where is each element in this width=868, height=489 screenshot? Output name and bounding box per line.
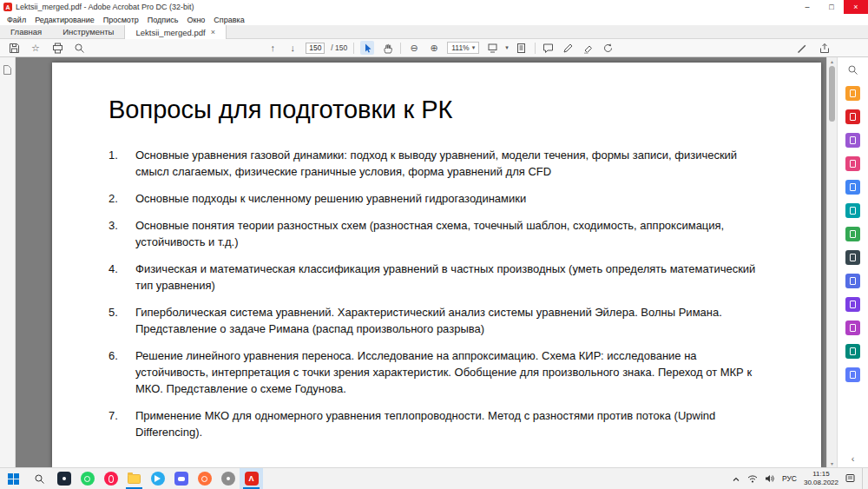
clock-date: 30.08.2022 <box>804 479 838 487</box>
scroll-down-icon[interactable]: ▾ <box>831 460 833 466</box>
taskbar-app-file-explorer[interactable] <box>122 468 146 489</box>
zoom-level-dropdown[interactable]: 111% ▾ <box>447 42 479 54</box>
windows-taskbar: Λ РУС 11:15 30.08.2022 <box>0 467 868 489</box>
previous-page-icon[interactable]: ↑ <box>266 41 279 55</box>
next-page-icon[interactable]: ↓ <box>286 41 299 55</box>
send-for-comments-icon[interactable] <box>845 320 860 335</box>
redact-icon[interactable] <box>845 250 860 265</box>
menu-file[interactable]: Файл <box>3 16 30 24</box>
list-item: 5. Гиперболическая система уравнений. Ха… <box>108 304 758 337</box>
start-button[interactable] <box>0 468 26 489</box>
zoom-in-icon[interactable]: ⊕ <box>427 41 441 55</box>
export-pdf-icon[interactable] <box>845 86 860 101</box>
expand-tools-icon[interactable]: ‹ <box>852 453 855 464</box>
taskbar-app-acrobat[interactable]: Λ <box>240 468 263 489</box>
tab-home[interactable]: Главная <box>0 25 52 38</box>
document-viewport[interactable]: Вопросы для подготовки к РК 1. Основные … <box>16 57 826 467</box>
organize-pages-icon[interactable] <box>845 203 860 218</box>
list-item: 3. Основные понятия теории разностных сх… <box>108 217 758 250</box>
search-tools-icon[interactable] <box>845 63 860 77</box>
scrollbar-thumb[interactable] <box>829 66 835 122</box>
sign-pen-icon[interactable] <box>795 41 809 55</box>
combine-files-icon[interactable] <box>845 180 860 195</box>
menu-help[interactable]: Справка <box>209 16 248 24</box>
show-desktop-button[interactable] <box>862 468 865 489</box>
volume-icon[interactable] <box>765 471 775 486</box>
tools-rail: ‹ <box>837 57 868 467</box>
tab-document-label: Lektsii_merged.pdf <box>135 28 205 37</box>
list-item: 4. Физическая и математическая классифик… <box>108 261 758 294</box>
acrobat-logo-icon: A <box>3 3 12 11</box>
wifi-icon[interactable] <box>747 471 758 486</box>
zoom-level-value: 111% <box>451 43 469 52</box>
toolbar: ☆ ↑ ↓ / 150 ⊖ ⊕ 111% ▾ <box>0 39 868 57</box>
toolbar-separator <box>400 43 401 54</box>
comment-icon[interactable] <box>542 41 556 55</box>
title-bar: A Lektsii_merged.pdf - Adobe Acrobat Pro… <box>0 0 868 14</box>
stamp-icon[interactable] <box>845 344 860 359</box>
save-icon[interactable] <box>7 41 21 55</box>
compress-pdf-icon[interactable] <box>845 227 860 241</box>
highlighter-icon[interactable] <box>582 41 595 55</box>
star-icon[interactable]: ☆ <box>29 41 43 55</box>
folder-icon <box>128 474 141 484</box>
clock-time: 11:15 <box>804 470 838 479</box>
tab-bar: Главная Инструменты Lektsii_merged.pdf × <box>0 25 868 39</box>
close-button[interactable]: × <box>844 0 868 14</box>
taskbar-search-button[interactable] <box>26 468 52 489</box>
hand-tool-icon[interactable] <box>380 41 394 55</box>
share-icon[interactable] <box>818 41 832 55</box>
list-item: 1. Основные уравнения газовой динамики: … <box>108 147 758 180</box>
print-icon[interactable] <box>50 41 64 55</box>
taskbar-app-discord[interactable] <box>169 468 193 489</box>
vertical-scrollbar[interactable]: ▴ ▾ <box>826 57 837 467</box>
taskbar-app-whatsapp[interactable] <box>76 468 99 489</box>
list-item: 7. Применение МКО для одномерного уравне… <box>108 407 758 440</box>
toolbar-separator <box>353 43 354 54</box>
zoom-out-icon[interactable]: ⊖ <box>407 41 421 55</box>
fill-sign-icon[interactable] <box>845 297 860 312</box>
search-icon[interactable] <box>72 41 86 55</box>
tab-close-icon[interactable]: × <box>211 28 215 36</box>
menu-view[interactable]: Просмотр <box>99 16 143 24</box>
menu-window[interactable]: Окно <box>182 16 209 24</box>
menu-edit[interactable]: Редактирование <box>30 16 99 24</box>
menu-bar: Файл Редактирование Просмотр Подпись Окн… <box>0 14 868 25</box>
protect-icon[interactable] <box>845 274 860 288</box>
window-title: Lektsii_merged.pdf - Adobe Acrobat Pro D… <box>16 3 194 11</box>
navigation-pane-collapsed[interactable] <box>0 57 16 467</box>
tray-chevron-up-icon[interactable] <box>732 471 740 486</box>
maximize-button[interactable]: □ <box>819 0 844 14</box>
windows-logo-icon <box>8 473 19 485</box>
minimize-button[interactable]: – <box>795 0 819 14</box>
taskbar-app-steam[interactable] <box>52 468 76 489</box>
page-number-input[interactable] <box>306 43 325 54</box>
tab-document[interactable]: Lektsii_merged.pdf × <box>124 25 227 39</box>
measure-icon[interactable] <box>845 367 860 382</box>
page-thumbnail-icon <box>3 64 12 76</box>
create-pdf-icon[interactable] <box>845 109 860 124</box>
taskbar-app-opera[interactable] <box>99 468 122 489</box>
select-tool-icon[interactable] <box>360 41 374 55</box>
notification-center-icon[interactable] <box>845 471 855 486</box>
search-icon <box>34 473 45 485</box>
clock[interactable]: 11:15 30.08.2022 <box>804 470 838 488</box>
chevron-down-icon[interactable]: ▾ <box>505 44 509 51</box>
scroll-up-icon[interactable]: ▴ <box>831 58 833 64</box>
reading-mode-icon[interactable] <box>515 41 529 55</box>
chevron-down-icon: ▾ <box>472 44 476 51</box>
page-display-icon[interactable] <box>485 41 499 55</box>
comment-tool-icon[interactable] <box>845 156 860 171</box>
taskbar-app-gimp[interactable] <box>216 468 240 489</box>
language-indicator[interactable]: РУС <box>782 474 797 483</box>
system-tray: РУС 11:15 30.08.2022 <box>732 468 868 489</box>
menu-sign[interactable]: Подпись <box>143 16 183 24</box>
edit-pdf-icon[interactable] <box>845 133 860 148</box>
tab-tools[interactable]: Инструменты <box>52 25 124 38</box>
pencil-icon[interactable] <box>562 41 575 55</box>
list-item: 6. Решение линейного уравнения переноса.… <box>108 347 758 397</box>
rotate-icon[interactable] <box>602 41 615 55</box>
taskbar-app-firefox[interactable] <box>193 468 216 489</box>
taskbar-app-telegram[interactable] <box>146 468 169 489</box>
slide-title: Вопросы для подготовки к РК <box>108 96 821 124</box>
